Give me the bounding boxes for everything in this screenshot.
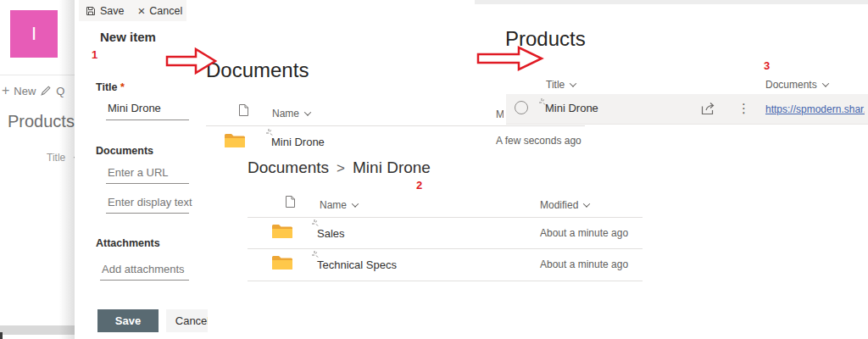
title-field-label: Title *	[96, 81, 125, 93]
attachments-field-label: Attachments	[96, 237, 160, 249]
new-item-button[interactable]: New	[14, 85, 36, 97]
title-input[interactable]: Mini Drone	[108, 102, 161, 114]
share-icon[interactable]	[700, 102, 717, 116]
site-logo[interactable]: I	[10, 10, 58, 58]
breadcrumb: Documents > Mini Drone	[248, 158, 431, 177]
breadcrumb-separator: >	[337, 160, 345, 177]
display-text-input-underline	[106, 213, 189, 214]
form-command-bar: Save × Cancel	[79, 0, 186, 21]
row-divider	[248, 281, 643, 281]
panel-shadow	[59, 0, 75, 339]
cancel-command-label: Cancel	[149, 5, 182, 17]
documents-column-header[interactable]: Documents	[765, 79, 828, 91]
header-divider	[206, 125, 585, 126]
modified-column-header[interactable]: Modified	[540, 199, 589, 211]
row-divider	[506, 124, 868, 125]
chevron-down-icon	[304, 108, 311, 115]
screen-edge-mark	[0, 332, 3, 339]
modified-time: About a minute ago	[540, 227, 628, 239]
folder-icon	[271, 254, 293, 270]
file-type-column-icon	[285, 195, 296, 208]
required-asterisk: *	[120, 81, 125, 93]
item-title-link[interactable]: Mini Drone	[545, 102, 598, 114]
close-icon: ×	[138, 4, 146, 17]
name-column-header[interactable]: Name	[272, 108, 310, 119]
list-command-bar: + New Q	[2, 83, 64, 98]
annotation-number-2: 2	[416, 179, 422, 192]
header-divider	[248, 217, 643, 218]
cancel-button[interactable]: Cancel	[166, 309, 208, 332]
row-select-radio[interactable]	[515, 101, 528, 114]
panel-title: New item	[100, 30, 156, 44]
annotation-number-3: 3	[764, 59, 770, 72]
title-column-header[interactable]: Title	[546, 79, 576, 91]
cancel-command-button[interactable]: × Cancel	[138, 4, 183, 17]
name-column-header[interactable]: Name	[320, 199, 358, 211]
attachments-underline	[100, 280, 189, 281]
save-floppy-icon	[86, 6, 96, 16]
title-input-underline	[106, 119, 189, 120]
chevron-down-icon	[583, 200, 590, 207]
folder-name-link[interactable]: Technical Specs	[317, 258, 397, 271]
save-button[interactable]: Save	[97, 309, 159, 332]
documents-field-label: Documents	[96, 145, 153, 157]
modified-time: About a minute ago	[540, 258, 628, 270]
products-row-mini-drone[interactable]: Mini Drone ⋮ https://spmodern.shar...	[506, 94, 868, 124]
documents-url-link[interactable]: https://spmodern.shar...	[765, 103, 865, 115]
folder-icon	[271, 223, 293, 239]
file-type-column-icon	[238, 103, 249, 117]
screenshot-top-edge	[475, 0, 868, 4]
breadcrumb-root-link[interactable]: Documents	[248, 158, 329, 177]
save-command-button[interactable]: Save	[86, 5, 125, 17]
breadcrumb-current: Mini Drone	[353, 158, 431, 177]
folder-name-link[interactable]: Sales	[317, 227, 345, 240]
more-options-icon[interactable]: ⋮	[737, 102, 750, 114]
display-text-input[interactable]: Enter display text	[108, 196, 192, 208]
site-logo-letter: I	[31, 23, 36, 45]
chevron-down-icon	[821, 80, 828, 86]
modified-time: A few seconds ago	[496, 135, 581, 147]
chevron-down-icon	[352, 200, 359, 207]
annotation-arrow-2	[476, 46, 544, 71]
url-input[interactable]: Enter a URL	[108, 166, 169, 179]
annotation-number-1: 1	[92, 48, 97, 61]
folder-icon	[224, 132, 246, 148]
plus-icon: +	[2, 83, 9, 98]
folder-name-link[interactable]: Mini Drone	[271, 136, 325, 148]
new-item-sparkle-icon	[311, 219, 319, 227]
pencil-icon[interactable]	[40, 85, 52, 97]
add-attachments-link[interactable]: Add attachments	[102, 263, 185, 275]
row-divider	[248, 248, 643, 249]
new-item-sparkle-icon	[311, 250, 319, 258]
documents-library-title: Documents	[206, 58, 309, 82]
url-input-underline	[106, 183, 189, 184]
annotation-arrow-1	[165, 47, 218, 75]
chevron-down-icon	[570, 80, 576, 86]
save-command-label: Save	[100, 5, 125, 17]
